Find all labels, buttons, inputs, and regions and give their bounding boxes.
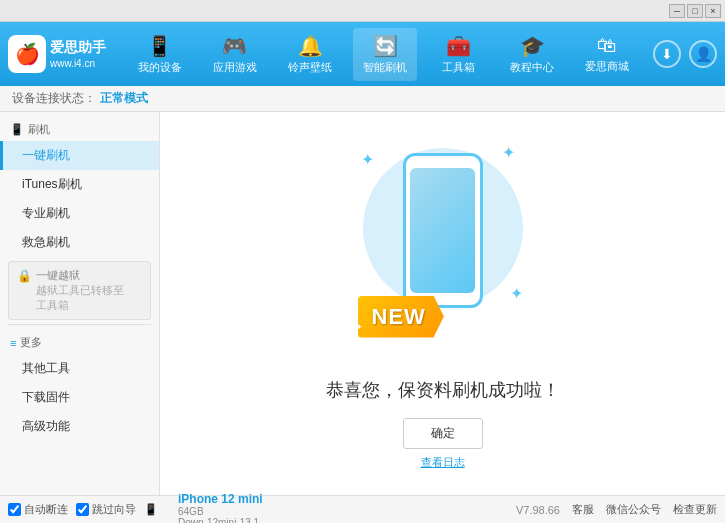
flash-section-icon: 📱 bbox=[10, 123, 24, 136]
close-button[interactable]: × bbox=[705, 4, 721, 18]
maximize-button[interactable]: □ bbox=[687, 4, 703, 18]
nav-ringtones[interactable]: 🔔 铃声壁纸 bbox=[278, 28, 342, 81]
show-log-link[interactable]: 查看日志 bbox=[421, 455, 465, 470]
confirm-button[interactable]: 确定 bbox=[403, 418, 483, 449]
phone-screen bbox=[410, 168, 475, 293]
nav-items: 📱 我的设备 🎮 应用游戏 🔔 铃声壁纸 🔄 智能刷机 🧰 工具箱 🎓 教程中心… bbox=[122, 28, 645, 81]
service-link[interactable]: 客服 bbox=[572, 502, 594, 517]
statusbar: 设备连接状态： 正常模式 bbox=[0, 86, 725, 112]
phone-image bbox=[403, 153, 483, 308]
logo[interactable]: 🍎 爱思助手 www.i4.cn bbox=[8, 35, 106, 73]
logo-icon: 🍎 bbox=[8, 35, 46, 73]
toolbox-icon: 🧰 bbox=[446, 34, 471, 58]
new-banner: NEW bbox=[358, 296, 444, 338]
header-right: ⬇ 👤 bbox=[653, 40, 717, 68]
sidebar-item-pro[interactable]: 专业刷机 bbox=[0, 199, 159, 228]
sidebar-item-advanced[interactable]: 高级功能 bbox=[0, 412, 159, 441]
sidebar-item-save-data[interactable]: 救急刷机 bbox=[0, 228, 159, 257]
bottom-left: 自动断连 跳过向导 📱 iPhone 12 mini 64GB Down-12m… bbox=[8, 492, 516, 524]
new-badge-text: NEW bbox=[372, 304, 426, 329]
nav-smart-flash[interactable]: 🔄 智能刷机 bbox=[353, 28, 417, 81]
sparkle-icon-3: ✦ bbox=[510, 284, 523, 303]
auto-close-checkbox[interactable]: 自动断连 bbox=[8, 502, 68, 517]
device-bottom-icon: 📱 bbox=[144, 503, 158, 516]
content-area: ✦ ✦ ✦ NEW ✦ ✦ 恭喜您，保资料刷机成功啦！ 确定 查看日志 bbox=[160, 112, 725, 495]
phone-illustration: ✦ ✦ ✦ NEW ✦ ✦ bbox=[343, 138, 543, 358]
sidebar-item-one-click[interactable]: 一键刷机 bbox=[0, 141, 159, 170]
ringtone-icon: 🔔 bbox=[298, 34, 323, 58]
lock-icon: 🔒 bbox=[17, 269, 32, 283]
nav-toolbox[interactable]: 🧰 工具箱 bbox=[429, 28, 489, 81]
status-value: 正常模式 bbox=[100, 90, 148, 107]
sidebar-section-more: ≡ 更多 bbox=[0, 329, 159, 354]
bottom-right: V7.98.66 客服 微信公众号 检查更新 bbox=[516, 502, 717, 517]
flash-icon: 🔄 bbox=[373, 34, 398, 58]
minimize-button[interactable]: ─ bbox=[669, 4, 685, 18]
sidebar-divider bbox=[8, 324, 151, 325]
apps-icon: 🎮 bbox=[222, 34, 247, 58]
titlebar: ─ □ × bbox=[0, 0, 725, 22]
jailbreak-notice: 🔒 一键越狱越狱工具已转移至工具箱 bbox=[8, 261, 151, 320]
sparkle-icon-2: ✦ bbox=[502, 143, 515, 162]
sidebar-item-itunes[interactable]: iTunes刷机 bbox=[0, 170, 159, 199]
bottom-bar: 自动断连 跳过向导 📱 iPhone 12 mini 64GB Down-12m… bbox=[0, 495, 725, 523]
device-name: iPhone 12 mini bbox=[178, 492, 263, 506]
tutorial-icon: 🎓 bbox=[520, 34, 545, 58]
sidebar-item-other-tools[interactable]: 其他工具 bbox=[0, 354, 159, 383]
sparkle-icon-1: ✦ bbox=[361, 150, 374, 169]
device-info: iPhone 12 mini 64GB Down-12mini-13,1 bbox=[178, 492, 263, 524]
sidebar-item-download-firmware[interactable]: 下载固件 bbox=[0, 383, 159, 412]
nav-my-device[interactable]: 📱 我的设备 bbox=[128, 28, 192, 81]
nav-tutorial[interactable]: 🎓 教程中心 bbox=[500, 28, 564, 81]
main-area: 📱 刷机 一键刷机 iTunes刷机 专业刷机 救急刷机 🔒 一键越狱越狱工具已… bbox=[0, 112, 725, 495]
auto-close-input[interactable] bbox=[8, 503, 21, 516]
logo-text: 爱思助手 www.i4.cn bbox=[50, 38, 106, 69]
header: 🍎 爱思助手 www.i4.cn 📱 我的设备 🎮 应用游戏 🔔 铃声壁纸 🔄 … bbox=[0, 22, 725, 86]
skip-wizard-input[interactable] bbox=[76, 503, 89, 516]
new-star-right: ✦ bbox=[475, 322, 483, 332]
more-section-icon: ≡ bbox=[10, 337, 16, 349]
download-button[interactable]: ⬇ bbox=[653, 40, 681, 68]
update-link[interactable]: 检查更新 bbox=[673, 502, 717, 517]
nav-store[interactable]: 🛍 爱思商城 bbox=[575, 28, 639, 81]
sidebar: 📱 刷机 一键刷机 iTunes刷机 专业刷机 救急刷机 🔒 一键越狱越狱工具已… bbox=[0, 112, 160, 495]
nav-apps-games[interactable]: 🎮 应用游戏 bbox=[203, 28, 267, 81]
version-label: V7.98.66 bbox=[516, 504, 560, 516]
skip-wizard-checkbox[interactable]: 跳过向导 bbox=[76, 502, 136, 517]
wechat-link[interactable]: 微信公众号 bbox=[606, 502, 661, 517]
store-icon: 🛍 bbox=[597, 34, 617, 57]
success-message: 恭喜您，保资料刷机成功啦！ bbox=[326, 378, 560, 402]
device-firmware: Down-12mini-13,1 bbox=[178, 517, 263, 524]
device-storage: 64GB bbox=[178, 506, 263, 517]
account-button[interactable]: 👤 bbox=[689, 40, 717, 68]
new-star-left: ✦ bbox=[355, 322, 363, 332]
device-icon: 📱 bbox=[147, 34, 172, 58]
sidebar-section-flash: 📱 刷机 bbox=[0, 116, 159, 141]
status-label: 设备连接状态： bbox=[12, 90, 96, 107]
